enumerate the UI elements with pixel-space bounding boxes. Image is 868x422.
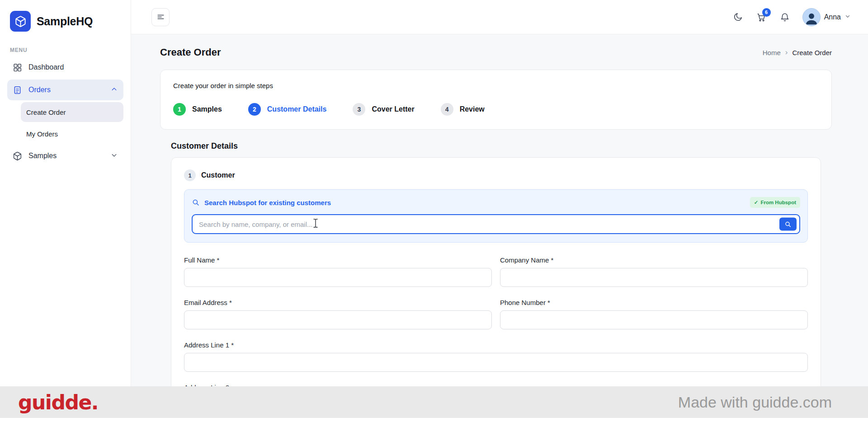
made-with-guidde-text: Made with guidde.com	[678, 394, 832, 411]
guidde-logo: guidde.	[18, 391, 98, 414]
sidebar-item-label: Create Order	[26, 108, 66, 116]
phone-input[interactable]	[500, 310, 808, 329]
company-name-label: Company Name *	[500, 256, 808, 264]
sidebar-toggle-button[interactable]	[151, 8, 170, 26]
avatar	[802, 8, 821, 26]
bottom-strip	[0, 418, 868, 422]
full-name-field-group: Full Name *	[184, 256, 492, 287]
sidebar-item-orders[interactable]: Orders	[7, 80, 123, 100]
email-label: Email Address *	[184, 299, 492, 306]
phone-label: Phone Number *	[500, 299, 808, 306]
page-title: Create Order	[160, 47, 221, 58]
topbar: 6 Anna	[131, 0, 868, 34]
app-name: SampleHQ	[37, 15, 93, 28]
step-number-badge: 3	[353, 103, 365, 116]
cart-count-badge: 6	[762, 8, 771, 17]
chevron-down-icon	[844, 13, 851, 21]
chevron-down-icon	[110, 151, 118, 161]
email-field-group: Email Address *	[184, 299, 492, 329]
page-header: Create Order Home › Create Order	[160, 42, 832, 62]
notifications-button[interactable]	[775, 8, 794, 27]
step-label: Samples	[192, 105, 222, 113]
step-label: Review	[460, 105, 485, 113]
search-icon	[784, 220, 792, 228]
sidebar: SampleHQ MENU Dashboard Orders Create Or…	[0, 0, 131, 422]
address1-field-group: Address Line 1 *	[184, 341, 808, 372]
section-heading: Customer Details	[171, 141, 832, 151]
sidebar-item-dashboard[interactable]: Dashboard	[7, 57, 123, 78]
page-content: Create Order Home › Create Order Create …	[131, 34, 868, 422]
chevron-up-icon	[110, 85, 118, 95]
step-number-badge: 1	[173, 103, 186, 116]
stepper: 1 Samples 2 Customer Details 3 Cover Let…	[173, 103, 819, 116]
from-hubspot-badge: ✓ From Hubspot	[750, 197, 800, 208]
sidebar-item-my-orders[interactable]: My Orders	[21, 124, 123, 144]
user-name: Anna	[824, 13, 841, 21]
sidebar-item-label: Orders	[28, 86, 51, 94]
step-cover-letter[interactable]: 3 Cover Letter	[353, 103, 414, 116]
full-name-label: Full Name *	[184, 256, 492, 264]
main-area: 6 Anna Create Order	[131, 0, 868, 422]
order-stepper-card: Create your order in simple steps 1 Samp…	[160, 70, 832, 130]
orders-receipt-icon	[13, 85, 22, 95]
step-label: Cover Letter	[372, 105, 414, 113]
from-hubspot-badge-label: From Hubspot	[760, 200, 796, 205]
stepper-intro-text: Create your order in simple steps	[173, 82, 819, 89]
hubspot-search-panel: Search Hubspot for existing customers ✓ …	[184, 189, 808, 243]
company-name-input[interactable]	[500, 268, 808, 287]
breadcrumb-home-link[interactable]: Home	[763, 49, 781, 56]
step-review[interactable]: 4 Review	[441, 103, 485, 116]
address1-label: Address Line 1 *	[184, 341, 808, 349]
sidebar-item-label: My Orders	[26, 130, 58, 138]
hubspot-title-row: Search Hubspot for existing customers	[192, 198, 331, 206]
address1-input[interactable]	[184, 353, 808, 372]
topbar-actions: 6 Anna	[728, 8, 851, 27]
search-submit-button[interactable]	[779, 218, 797, 231]
check-icon: ✓	[754, 199, 759, 206]
cart-button[interactable]: 6	[752, 8, 771, 27]
customer-details-card: 1 Customer Search Hubspot for existing c…	[171, 157, 821, 422]
customer-substep: 1 Customer	[184, 169, 808, 181]
step-samples[interactable]: 1 Samples	[173, 103, 222, 116]
substep-title: Customer	[201, 171, 235, 179]
step-customer-details[interactable]: 2 Customer Details	[248, 103, 327, 116]
full-name-input[interactable]	[184, 268, 492, 287]
sidebar-item-label: Dashboard	[28, 63, 64, 71]
sidebar-item-samples[interactable]: Samples	[7, 145, 123, 166]
hubspot-search-title: Search Hubspot for existing customers	[204, 199, 331, 206]
step-number-badge: 2	[248, 103, 261, 116]
package-icon	[13, 151, 22, 161]
hubspot-search-header: Search Hubspot for existing customers ✓ …	[192, 197, 800, 208]
phone-field-group: Phone Number *	[500, 299, 808, 329]
bell-icon	[780, 12, 790, 22]
sidebar-item-label: Samples	[28, 152, 57, 160]
menu-lines-icon	[156, 13, 165, 21]
dark-mode-button[interactable]	[728, 8, 747, 27]
step-number-badge: 4	[441, 103, 453, 116]
app-root: SampleHQ MENU Dashboard Orders Create Or…	[0, 0, 868, 422]
breadcrumb: Home › Create Order	[763, 48, 832, 57]
substep-number-badge: 1	[184, 169, 196, 181]
app-logo[interactable]: SampleHQ	[0, 0, 131, 40]
customer-search-field	[192, 214, 800, 234]
dashboard-grid-icon	[13, 63, 22, 72]
email-input[interactable]	[184, 310, 492, 329]
search-icon	[192, 198, 200, 206]
step-label: Customer Details	[267, 105, 327, 113]
company-name-field-group: Company Name *	[500, 256, 808, 287]
sidebar-item-create-order[interactable]: Create Order	[21, 102, 123, 122]
app-logo-icon	[10, 11, 31, 32]
breadcrumb-current: Create Order	[792, 49, 832, 56]
customer-search-input[interactable]	[192, 214, 800, 234]
breadcrumb-separator-icon: ›	[785, 48, 788, 57]
user-menu[interactable]: Anna	[802, 8, 851, 26]
guidde-watermark-bar: guidde. Made with guidde.com	[0, 386, 868, 418]
sidebar-menu-label: MENU	[10, 47, 131, 53]
moon-icon	[733, 12, 743, 22]
